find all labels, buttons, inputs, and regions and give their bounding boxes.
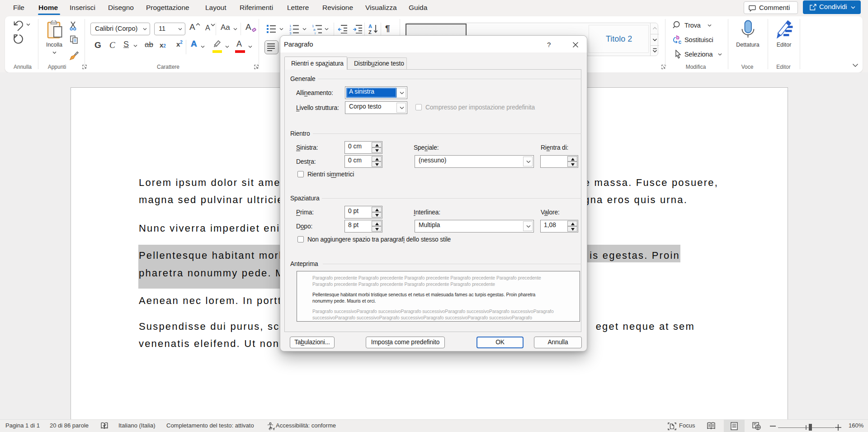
svg-text:A: A — [368, 24, 372, 29]
svg-text:Z: Z — [368, 29, 372, 35]
svg-text:i: i — [315, 31, 316, 34]
svg-text:c: c — [679, 39, 682, 45]
svg-text:3: 3 — [289, 31, 292, 34]
